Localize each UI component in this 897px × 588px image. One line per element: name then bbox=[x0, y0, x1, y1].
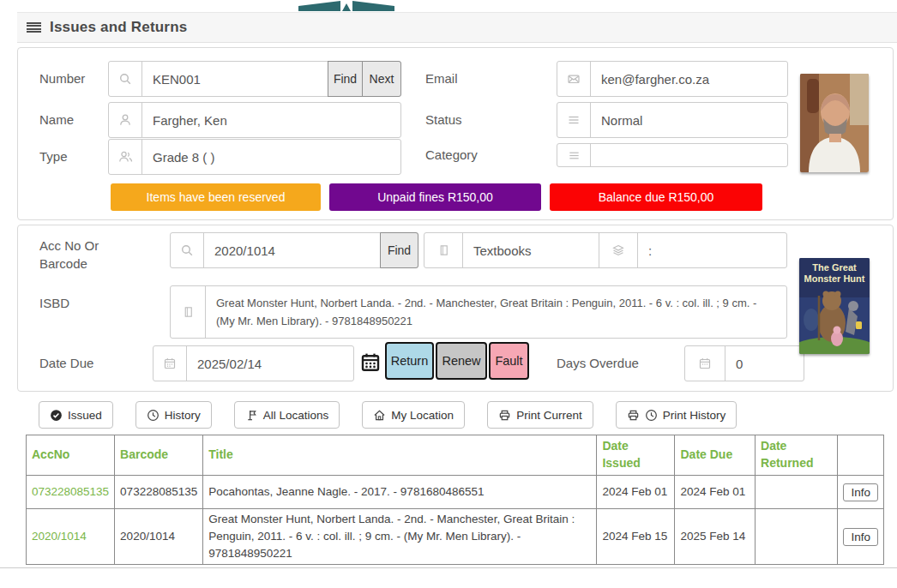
fault-button[interactable]: Fault bbox=[489, 342, 529, 380]
home-icon bbox=[373, 409, 386, 422]
tab-print-history-label: Print History bbox=[663, 409, 726, 422]
media-type-input[interactable]: Textbooks bbox=[463, 233, 599, 267]
date-due-cell: 2024 Feb 01 bbox=[675, 476, 756, 509]
circulation-actions: Return Renew Fault bbox=[385, 342, 529, 380]
menu-icon[interactable] bbox=[27, 22, 41, 33]
email-input[interactable]: ken@fargher.co.za bbox=[591, 62, 787, 96]
status-input[interactable]: Normal bbox=[591, 103, 787, 137]
email-label: Email bbox=[425, 61, 458, 97]
reserved-alert-badge: Items have been reserved bbox=[111, 183, 321, 211]
date-issued-cell: 2024 Feb 15 bbox=[597, 509, 675, 565]
pin-icon bbox=[245, 409, 258, 422]
table-header-row: AccNo Barcode Title Date Issued Date Due… bbox=[27, 435, 884, 476]
bottom-divider bbox=[0, 567, 897, 568]
date-returned-cell bbox=[756, 509, 838, 565]
status-label: Status bbox=[425, 102, 462, 138]
type-input[interactable]: Grade 8 ( ) bbox=[142, 140, 400, 174]
tab-all-locations-label: All Locations bbox=[263, 409, 329, 422]
user-icon bbox=[109, 103, 142, 137]
printer-icon bbox=[627, 409, 640, 422]
isbd-field-group: Great Monster Hunt, Norbert Landa. - 2nd… bbox=[170, 285, 787, 339]
tab-print-current-label: Print Current bbox=[516, 409, 582, 422]
page-title: Issues and Returns bbox=[50, 19, 187, 36]
lines-icon bbox=[557, 144, 591, 166]
col-date-due: Date Due bbox=[675, 435, 756, 476]
days-overdue-label: Days Overdue bbox=[557, 345, 639, 381]
tab-my-location-label: My Location bbox=[391, 409, 454, 422]
date-due-cell: 2025 Feb 14 bbox=[675, 509, 756, 565]
name-input[interactable]: Fargher, Ken bbox=[142, 103, 400, 137]
calendar-icon bbox=[685, 346, 725, 381]
category-label: Category bbox=[425, 137, 478, 173]
isbd-label: ISBD bbox=[39, 296, 69, 310]
media-type-group: Textbooks : bbox=[424, 232, 787, 268]
accno-link[interactable]: 2020/1014 bbox=[32, 530, 87, 543]
info-button[interactable]: Info bbox=[843, 528, 878, 546]
tab-issued-label: Issued bbox=[68, 409, 102, 422]
col-barcode: Barcode bbox=[115, 435, 203, 476]
table-row: 2020/1014 2020/1014 Great Monster Hunt, … bbox=[27, 509, 884, 565]
envelope-icon bbox=[557, 62, 591, 96]
renew-button[interactable]: Renew bbox=[436, 342, 487, 380]
tab-issued[interactable]: Issued bbox=[39, 401, 113, 429]
balance-due-badge: Balance due R150,00 bbox=[550, 183, 762, 211]
book-icon bbox=[171, 286, 206, 338]
next-patron-button[interactable]: Next bbox=[362, 61, 401, 97]
title-cell: Pocahontas, Jeanne Nagle. - 2017. - 9781… bbox=[203, 476, 597, 509]
barcode-cell: 2020/1014 bbox=[115, 509, 203, 565]
category-input[interactable] bbox=[591, 144, 787, 166]
return-button[interactable]: Return bbox=[385, 342, 434, 380]
col-date-issued: Date Issued bbox=[597, 435, 675, 476]
view-toolbar: Issued History All Locations My Location… bbox=[39, 401, 737, 429]
tab-all-locations[interactable]: All Locations bbox=[234, 401, 340, 429]
tab-history-label: History bbox=[165, 409, 201, 422]
number-input[interactable]: KEN001 bbox=[142, 62, 328, 96]
col-accno: AccNo bbox=[27, 435, 115, 476]
col-title: Title bbox=[203, 435, 597, 476]
search-icon bbox=[109, 62, 142, 96]
days-overdue-value: 0 bbox=[725, 346, 804, 381]
number-field-group: KEN001 Find Next bbox=[108, 61, 401, 97]
type-field-group: Grade 8 ( ) bbox=[108, 139, 401, 175]
info-button[interactable]: Info bbox=[843, 483, 878, 501]
clock-icon bbox=[147, 409, 160, 422]
number-label: Number bbox=[39, 61, 85, 97]
check-circle-icon bbox=[50, 409, 63, 422]
book-icon bbox=[424, 233, 463, 267]
unpaid-fines-badge: Unpaid fines R150,00 bbox=[329, 183, 541, 211]
book-cover-title-line2: Monster Hunt bbox=[804, 273, 865, 284]
isbd-text: Great Monster Hunt, Norbert Landa. - 2nd… bbox=[206, 286, 786, 338]
find-item-button[interactable]: Find bbox=[380, 232, 418, 268]
type-label: Type bbox=[39, 139, 68, 175]
date-issued-cell: 2024 Feb 01 bbox=[597, 476, 675, 509]
calendar-picker-button[interactable] bbox=[360, 351, 381, 375]
accno-field-group: 2020/1014 Find bbox=[170, 232, 418, 268]
tab-print-history[interactable]: Print History bbox=[616, 401, 737, 429]
name-field-group: Fargher, Ken bbox=[108, 102, 401, 138]
accno-input[interactable]: 2020/1014 bbox=[204, 233, 380, 267]
tab-history[interactable]: History bbox=[135, 401, 212, 429]
issues-table: AccNo Barcode Title Date Issued Date Due… bbox=[26, 435, 884, 565]
days-overdue-group: 0 bbox=[684, 345, 804, 381]
tab-my-location[interactable]: My Location bbox=[362, 401, 465, 429]
class-number-input[interactable]: : bbox=[638, 233, 786, 267]
tab-print-current[interactable]: Print Current bbox=[487, 401, 593, 429]
status-field-group: Normal bbox=[557, 102, 788, 138]
layers-icon bbox=[599, 233, 638, 267]
date-due-field-group: 2025/02/14 bbox=[153, 345, 354, 381]
book-cover-image: The Great Monster Hunt bbox=[799, 258, 870, 354]
date-returned-cell bbox=[756, 476, 838, 509]
date-due-input[interactable]: 2025/02/14 bbox=[187, 346, 353, 381]
printer-icon bbox=[498, 409, 511, 422]
item-panel: Acc No Or Barcode 2020/1014 Find Textboo… bbox=[17, 225, 894, 392]
barcode-cell: 073228085135 bbox=[115, 476, 203, 509]
calendar-icon bbox=[154, 346, 187, 381]
issues-and-returns-page: Issues and Returns Number KEN001 Find Ne… bbox=[0, 0, 897, 588]
find-patron-button[interactable]: Find bbox=[328, 61, 363, 97]
col-info bbox=[838, 435, 884, 476]
accno-link[interactable]: 073228085135 bbox=[32, 485, 109, 498]
page-header: Issues and Returns bbox=[17, 12, 897, 43]
lines-icon bbox=[557, 103, 591, 137]
book-cover-title-line1: The Great bbox=[812, 262, 857, 273]
search-icon bbox=[171, 233, 204, 267]
